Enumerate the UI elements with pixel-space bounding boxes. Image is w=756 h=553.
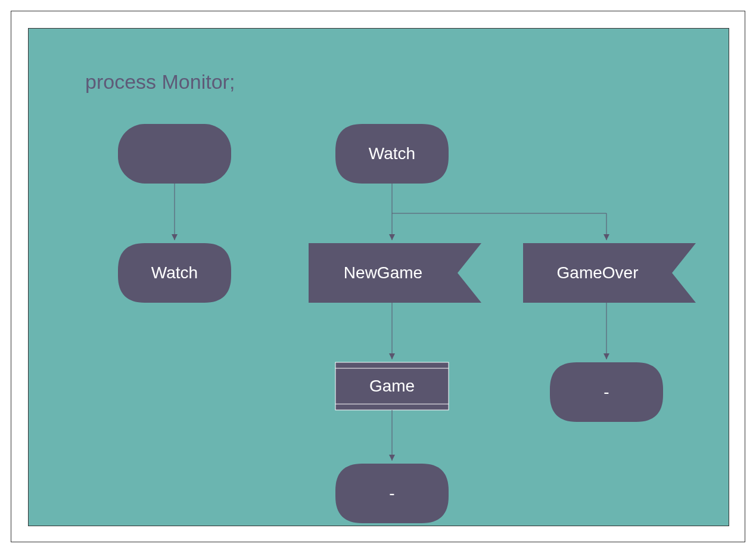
node-end-right-label: - — [603, 383, 609, 401]
node-gameover-label: GameOver — [557, 263, 639, 282]
svg-rect-0 — [118, 124, 231, 184]
node-game-label: Game — [369, 377, 415, 395]
node-end-left-label: - — [389, 484, 394, 502]
diagram-svg: Watch Watch NewGame — [29, 29, 730, 527]
node-watch-left-label: Watch — [151, 263, 198, 282]
node-watch-left: Watch — [118, 243, 231, 303]
outer-frame: process Monitor; Watch — [11, 11, 745, 542]
node-end-right: - — [550, 362, 663, 422]
node-end-left: - — [335, 464, 449, 523]
node-gameover: GameOver — [523, 243, 696, 303]
diagram-canvas: process Monitor; Watch — [28, 28, 729, 526]
node-start — [118, 124, 231, 184]
node-watch-top-label: Watch — [369, 144, 415, 163]
node-watch-top: Watch — [335, 124, 449, 184]
node-game: Game — [335, 362, 449, 410]
node-newgame: NewGame — [309, 243, 481, 303]
node-newgame-label: NewGame — [344, 263, 422, 282]
